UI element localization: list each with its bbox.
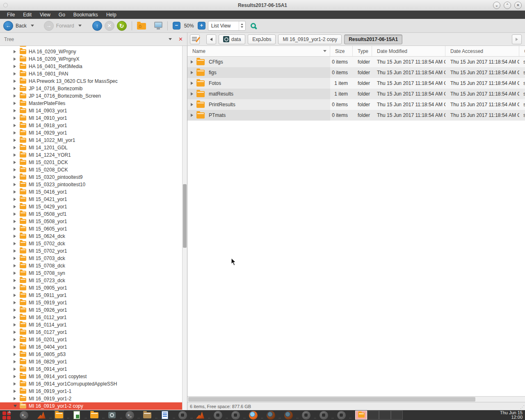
taskbar-calc-icon[interactable]: ‥ — [72, 410, 82, 420]
taskbar-app-window-icon[interactable]: ‥ — [301, 410, 311, 420]
taskbar-app-window-icon[interactable]: ‥ — [336, 410, 346, 420]
expander-icon[interactable] — [14, 257, 18, 260]
expander-icon[interactable] — [14, 338, 18, 341]
tree-scrollbar[interactable] — [182, 46, 187, 410]
taskbar-file-manager-icon[interactable]: ‥ — [89, 410, 99, 420]
file-row[interactable]: Fotos1 itemfolderThu 15 Jun 2017 11:18:5… — [187, 78, 525, 89]
expander-icon[interactable] — [14, 102, 18, 105]
column-name[interactable]: Name — [187, 46, 330, 56]
back-label[interactable]: Back — [16, 23, 27, 29]
tree-item[interactable]: MI 15_0703_dck — [0, 255, 182, 262]
crumb-expjobs[interactable]: ExpJobs — [248, 34, 276, 44]
tree-item[interactable]: MI 15_0323_pintooltest10 — [0, 181, 182, 188]
taskbar-terminal-icon[interactable]: >_ — [19, 410, 29, 420]
home-button[interactable]: ⌂ — [137, 23, 146, 30]
taskbar-matlab-icon[interactable]: ‥ — [195, 410, 205, 420]
expander-icon[interactable] — [14, 205, 18, 208]
taskbar-firefox-dim-icon[interactable]: ‥ — [283, 410, 293, 420]
tree-item[interactable]: JP 14_0716_Bortezomib_Screen — [0, 92, 182, 100]
tree-item[interactable]: MI 16_0114_yor1 — [0, 321, 182, 329]
tree-item[interactable]: HA 16_0801_PAN — [0, 70, 182, 78]
expander-icon[interactable] — [191, 92, 193, 96]
resize-grip[interactable]: ⋰ — [520, 404, 524, 410]
menu-view[interactable]: View — [36, 11, 54, 18]
tree-item[interactable]: MI 14_1224_YOR1 — [0, 151, 182, 159]
expander-icon[interactable] — [14, 57, 18, 61]
tree-panel-dropdown-icon[interactable] — [169, 38, 172, 40]
workspace-3[interactable] — [379, 411, 391, 420]
crumb-data[interactable]: data — [219, 34, 245, 44]
back-button[interactable]: ← — [3, 21, 13, 31]
tree-item[interactable]: HA 16_0401_Ref3Media — [0, 63, 182, 70]
minimize-button[interactable]: ⌄ — [493, 2, 500, 9]
menu-file[interactable]: File — [3, 11, 18, 18]
zoom-out-button[interactable]: − — [173, 22, 180, 30]
tree-item[interactable]: MI 16_0201_yor1 — [0, 336, 182, 343]
expander-icon[interactable] — [14, 360, 18, 363]
expander-icon[interactable] — [14, 272, 18, 275]
workspace-1[interactable] — [355, 411, 367, 420]
edit-path-button[interactable] — [190, 34, 200, 44]
menu-edit[interactable]: Edit — [19, 11, 35, 18]
taskbar-matlab-icon[interactable]: ‥ — [37, 410, 46, 420]
tree-item[interactable]: MI 15_0416_yor1 — [0, 188, 182, 196]
expander-icon[interactable] — [14, 212, 18, 216]
expander-icon[interactable] — [14, 176, 18, 179]
expander-icon[interactable] — [191, 114, 193, 117]
menu-bookmarks[interactable]: Bookmarks — [70, 11, 102, 18]
expander-icon[interactable] — [14, 190, 18, 194]
tree-item[interactable]: MI 15_0723_dck — [0, 277, 182, 284]
expander-icon[interactable] — [14, 390, 18, 393]
expander-icon[interactable] — [14, 124, 18, 127]
tree-item[interactable]: MI 14_0929_yor1 — [0, 129, 182, 137]
tree-scrollbar-thumb[interactable] — [183, 184, 187, 248]
taskbar-folder-brown-icon[interactable]: ‥ — [142, 410, 152, 420]
column-date-accessed[interactable]: Date Accessed — [445, 46, 519, 56]
tree-item[interactable]: MI 15_0926_yor1 — [0, 306, 182, 314]
forward-label[interactable]: Forward — [56, 23, 74, 29]
tree-item[interactable]: MI 15_0201_DCK — [0, 159, 182, 166]
tree-item[interactable]: MI 15_0702_yor1 — [0, 247, 182, 255]
horizontal-scrollbar-thumb[interactable] — [188, 397, 475, 402]
workspace-4[interactable] — [391, 411, 403, 420]
refresh-button[interactable]: ↻ — [117, 21, 127, 31]
tree-item[interactable]: MI 14_1201_GDL — [0, 144, 182, 151]
tree-item[interactable]: MI 15_0911_yor1 — [0, 292, 182, 299]
file-list-empty-area[interactable] — [187, 121, 525, 396]
expander-icon[interactable] — [14, 242, 18, 245]
column-date-modified[interactable]: Date Modified — [372, 46, 445, 56]
tree-item[interactable]: MI 16_0914_yor1 — [0, 365, 182, 373]
expander-icon[interactable] — [14, 353, 18, 356]
tree-item[interactable]: MI 14_1022_MI_yor1 — [0, 137, 182, 144]
tree-item[interactable]: MI 15_0320_pintooltest9 — [0, 173, 182, 181]
expander-icon[interactable] — [14, 87, 18, 90]
taskbar-app-window-icon[interactable]: ‥ — [178, 410, 187, 420]
expander-icon[interactable] — [14, 227, 18, 231]
expander-icon[interactable] — [14, 345, 18, 349]
column-size[interactable]: Size — [330, 46, 353, 56]
expander-icon[interactable] — [14, 301, 18, 304]
expander-icon[interactable] — [14, 139, 18, 142]
expander-icon[interactable] — [14, 50, 18, 53]
tree-item[interactable]: MI 15_0208_DCK — [0, 166, 182, 173]
desktop-button[interactable] — [154, 22, 162, 28]
crumb-parent-folder[interactable]: MI 16_0919_yor1-2 copy — [278, 34, 342, 44]
taskbar-writer-icon[interactable]: ‥ — [160, 410, 170, 420]
close-button[interactable]: ✕ — [514, 2, 522, 9]
expander-icon[interactable] — [14, 109, 18, 112]
tree-item[interactable]: MI 15_0508_ycf1 — [0, 210, 182, 218]
tree-item[interactable]: MI 16_0127_yor1 — [0, 329, 182, 336]
expander-icon[interactable] — [14, 294, 18, 297]
expander-icon[interactable] — [14, 235, 18, 238]
taskbar-app-window-icon[interactable]: ‥ — [213, 410, 223, 420]
horizontal-scrollbar[interactable] — [187, 396, 525, 402]
forward-button[interactable]: → — [44, 21, 54, 31]
view-mode-spinner[interactable] — [239, 21, 245, 30]
expander-icon[interactable] — [14, 316, 18, 319]
taskbar-terminal-icon[interactable]: >_‥ — [125, 410, 135, 420]
tree-item[interactable]: MasterPlateFiles — [0, 100, 182, 107]
expander-icon[interactable] — [14, 72, 18, 75]
taskbar-app-menu-icon[interactable] — [1, 410, 11, 420]
expander-icon[interactable] — [14, 286, 18, 290]
file-row[interactable]: matResults1 itemfolderThu 15 Jun 2017 11… — [187, 89, 525, 99]
